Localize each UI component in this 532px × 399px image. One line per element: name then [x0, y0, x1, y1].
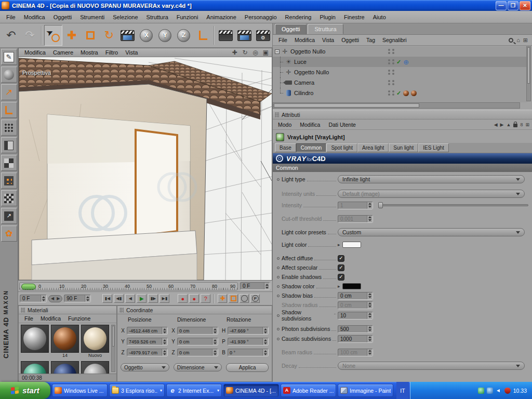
anim-dot-icon[interactable] — [277, 295, 280, 297]
tab-base[interactable]: Base — [275, 143, 296, 152]
panel-grip-icon[interactable] — [275, 112, 279, 117]
tab-struttura[interactable]: Struttura — [308, 24, 343, 34]
rotation-p-field[interactable]: -41.939 ° — [228, 338, 269, 345]
prev-frame-icon[interactable]: ◀ — [51, 296, 54, 301]
menu-animazione[interactable]: Animazione — [202, 12, 240, 22]
record-keyframe-button[interactable]: ● — [178, 294, 188, 303]
taskbar-button-cinema4d[interactable]: CINEMA 4D - [... — [223, 384, 279, 397]
link-icon[interactable]: 8 — [520, 122, 523, 127]
tree-label[interactable]: Luce — [294, 59, 307, 65]
size-z-field[interactable]: 0 cm — [177, 349, 218, 356]
affect-diffuse-checkbox[interactable]: ✓ — [338, 255, 344, 262]
materials-menu-modifica[interactable]: Modifica — [37, 315, 64, 322]
photon-subdivisions-field[interactable]: 500 — [338, 325, 373, 333]
history-back-icon[interactable]: ◀ — [494, 122, 498, 127]
taskbar-button-esplora[interactable]: 3 Esplora riso... ▾ — [109, 384, 165, 397]
object-manager-vscrollbar[interactable] — [526, 46, 531, 101]
material-sphere-navy[interactable] — [54, 364, 76, 375]
enabled-check-icon[interactable]: ✓ — [396, 59, 401, 65]
stepper[interactable] — [367, 216, 373, 222]
viewport-menu-vista[interactable]: Vista — [122, 49, 141, 56]
scale-tool-button[interactable] — [82, 25, 100, 46]
collapse-icon[interactable]: − — [275, 49, 280, 54]
timeline-track[interactable]: 0 10 20 30 40 50 60 70 80 90 — [19, 282, 238, 290]
viewport-3d-scene[interactable]: Prospettiva — [19, 57, 272, 280]
om-menu-segnalibri[interactable]: Segnalibri — [379, 36, 410, 44]
parent-icon[interactable]: ▲ — [507, 122, 511, 127]
model-mode-button[interactable] — [1, 66, 17, 83]
goto-start-button[interactable]: ▮◀ — [102, 294, 112, 303]
intensity-field[interactable]: 1 — [338, 202, 373, 209]
security-tray-icon[interactable] — [504, 388, 511, 394]
menu-modifica[interactable]: Modifica — [20, 12, 49, 22]
lock-y-button[interactable]: Y — [156, 25, 174, 46]
range-end-field[interactable]: 90 F — [64, 295, 91, 302]
goto-end-button[interactable]: ▶▮ — [159, 294, 169, 303]
tab-ies-light[interactable]: IES Light — [418, 143, 449, 152]
material-tag-icon[interactable] — [403, 90, 409, 96]
size-y-field[interactable]: 0 cm — [177, 338, 218, 345]
anim-dot-icon[interactable] — [277, 267, 280, 269]
lock-x-button[interactable]: X — [137, 25, 155, 46]
viewport-menu-modifica[interactable]: Modifica — [21, 49, 49, 56]
orbit-icon[interactable]: ↻ — [241, 49, 249, 56]
next-frame-icon[interactable]: ▶ — [57, 296, 60, 301]
intensity-slider[interactable] — [378, 202, 528, 209]
record-scale-toggle[interactable] — [229, 294, 238, 303]
rotation-b-field[interactable]: 0 ° — [228, 349, 269, 356]
polygons-mode-button[interactable] — [1, 155, 17, 171]
tree-row-oggetto-nullo[interactable]: − ✛ Oggetto Nullo — [273, 46, 527, 57]
caustic-subdivisions-field[interactable]: 1000 — [338, 335, 373, 343]
close-button[interactable]: ✕ — [520, 1, 530, 10]
tab-spot-light[interactable]: Spot light — [326, 143, 357, 152]
shadow-subdivisions-field[interactable]: 10 — [338, 312, 373, 320]
edges-mode-button[interactable] — [1, 137, 17, 153]
stepper[interactable] — [212, 338, 218, 345]
tree-row-cilindro[interactable]: Cilindro ✓ — [273, 88, 527, 98]
menu-selezione[interactable]: Selezione — [109, 12, 142, 22]
render-view-button[interactable] — [217, 25, 235, 46]
anim-dot-icon[interactable] — [277, 276, 280, 278]
render-settings-button[interactable]: ⚙ — [254, 25, 272, 46]
tree-label[interactable]: Oggetto Nullo — [290, 48, 325, 55]
coordinate-system-button[interactable] — [119, 25, 137, 46]
live-selection-button[interactable]: ➤ — [44, 25, 62, 46]
tree-label[interactable]: Camera — [294, 79, 314, 86]
spline-tool-button[interactable]: ✿ — [1, 225, 17, 242]
enabled-check-icon[interactable]: ✓ — [396, 90, 401, 97]
texture-mode-button[interactable]: ↗ — [1, 84, 17, 100]
uv-mode-button[interactable] — [1, 190, 17, 206]
menu-oggetti[interactable]: Oggetti — [49, 12, 76, 22]
tab-oggetti[interactable]: Oggetti — [275, 24, 307, 34]
make-editable-button[interactable]: ✎ — [1, 49, 17, 65]
tree-label[interactable]: Cilindro — [294, 90, 313, 96]
stepper[interactable] — [367, 202, 373, 209]
rotate-tool-button[interactable]: ↻ — [100, 25, 118, 46]
material-item[interactable] — [81, 361, 109, 375]
material-item[interactable]: 14 — [51, 325, 79, 359]
menu-finestre[interactable]: Finestre — [340, 12, 369, 22]
decay-dropdown[interactable]: None — [338, 362, 525, 370]
am-menu-modifica[interactable]: Modifica — [296, 121, 324, 128]
tree-row-camera[interactable]: Camera — [273, 77, 527, 88]
lock-icon[interactable] — [513, 124, 517, 127]
viewport-menu-camere[interactable]: Camere — [49, 49, 77, 56]
am-menu-modo[interactable]: Modo — [274, 121, 296, 128]
range-start-field[interactable]: 0 F — [20, 295, 47, 302]
om-menu-tag[interactable]: Tag — [363, 36, 379, 44]
stepper[interactable] — [41, 295, 46, 302]
stepper[interactable] — [85, 295, 90, 302]
materials-menu-file[interactable]: File — [21, 315, 37, 322]
zoom-icon[interactable]: ◎ — [251, 49, 259, 56]
frame-nudge-buttons[interactable]: ◀ ▶ — [48, 295, 62, 302]
color-presets-dropdown[interactable]: Custom — [338, 228, 525, 236]
material-item[interactable] — [21, 325, 49, 359]
expand-triangle-icon[interactable]: ▸ — [338, 284, 340, 289]
next-key-button[interactable]: ▮▶ — [148, 294, 158, 303]
language-indicator[interactable]: IT — [396, 382, 409, 399]
coordinates-header[interactable]: Coordinate — [117, 306, 272, 314]
intensity-units-dropdown[interactable]: Default (image) — [338, 190, 525, 198]
messenger-tray-icon[interactable] — [478, 388, 484, 394]
play-button[interactable]: ▶ — [137, 294, 147, 303]
menu-funzioni[interactable]: Funzioni — [172, 12, 203, 22]
